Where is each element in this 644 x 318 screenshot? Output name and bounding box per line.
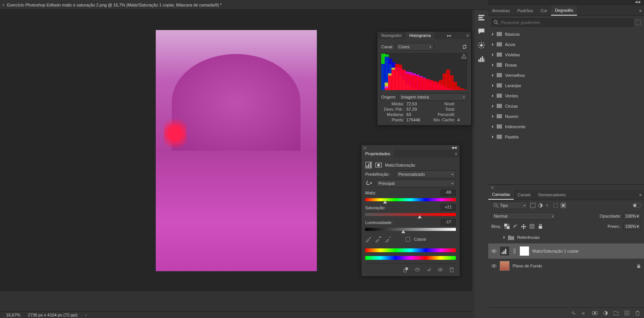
gradient-folder[interactable]: Azuis xyxy=(488,39,644,49)
hue-slider[interactable] xyxy=(365,198,456,201)
layer-name[interactable]: Referências xyxy=(517,235,540,240)
warning-icon[interactable] xyxy=(461,54,467,59)
tab-demarcadores[interactable]: Demarcadores xyxy=(534,189,569,200)
tab-cor[interactable]: Cor xyxy=(537,5,551,16)
tab-camadas[interactable]: Camadas xyxy=(488,189,514,200)
tab-navegador[interactable]: Navegador xyxy=(377,32,406,39)
comment-icon[interactable] xyxy=(478,28,485,35)
lock-transparency-icon[interactable] xyxy=(504,224,510,229)
filter-adjustment-icon[interactable] xyxy=(538,203,543,208)
layer-filter-kind[interactable]: Tipo ▾ xyxy=(491,202,528,209)
panel-menu-icon[interactable]: ≡ xyxy=(637,8,644,13)
search-gradients[interactable] xyxy=(491,18,633,27)
close-icon[interactable]: × xyxy=(2,3,5,7)
saturation-value[interactable]: +21 xyxy=(441,204,456,211)
opacity-value[interactable]: 100%▾ xyxy=(623,213,641,219)
tab-amostras[interactable]: Amostras xyxy=(488,5,513,16)
fill-value[interactable]: 100%▾ xyxy=(623,223,641,230)
gradient-folder[interactable]: Vermelhos xyxy=(488,70,644,80)
layer-name[interactable]: Matiz/Saturação 1 copiar xyxy=(532,249,579,253)
preset-dropdown[interactable]: Personalizado▾ xyxy=(396,170,456,178)
gradient-folder[interactable]: Pastéis xyxy=(488,132,644,142)
lightness-value[interactable]: -17 xyxy=(441,219,456,226)
tab-canais[interactable]: Canais xyxy=(514,189,534,200)
eyedropper-icon[interactable] xyxy=(365,236,371,242)
gradient-folder[interactable]: Básicos xyxy=(488,29,644,39)
mask-mode-icon[interactable] xyxy=(375,162,382,169)
panel-close-icon[interactable] xyxy=(363,146,367,150)
gradient-folder[interactable]: Verdes xyxy=(488,91,644,101)
collapse-icon[interactable]: ◀◀ xyxy=(451,146,457,149)
histogram-panel[interactable]: Navegador Histograma ▸▸ ≡ Canal: Cores▾ … xyxy=(377,31,471,126)
collapse-dock-icon[interactable]: ◀◀ xyxy=(488,0,644,5)
layer-adjustment-hue-sat[interactable]: Matiz/Saturação 1 copiar xyxy=(488,243,644,259)
search-input[interactable] xyxy=(501,20,631,25)
gradient-folder[interactable]: Laranjas xyxy=(488,80,644,91)
new-gradient-icon[interactable] xyxy=(636,20,641,25)
filter-smart-icon[interactable] xyxy=(561,203,566,208)
visibility-icon[interactable] xyxy=(491,263,497,269)
gradient-folder[interactable]: Iridescente xyxy=(488,121,644,132)
source-dropdown[interactable]: Imagem Inteira▾ xyxy=(398,93,467,101)
toggle-visibility-icon[interactable] xyxy=(438,267,443,272)
histogram-icon[interactable] xyxy=(478,56,485,62)
gradient-folder-list[interactable]: BásicosAzuisVioletasRosasVermelhosLaranj… xyxy=(488,29,644,184)
lock-pixels-icon[interactable] xyxy=(513,224,518,229)
blend-mode-dropdown[interactable]: Normal▾ xyxy=(491,212,556,220)
panel-close-icon[interactable] xyxy=(491,186,494,189)
eyedropper-plus-icon[interactable]: + xyxy=(375,236,381,242)
refresh-icon[interactable] xyxy=(462,44,467,49)
view-previous-icon[interactable] xyxy=(415,267,420,272)
gradient-folder[interactable]: Violetas xyxy=(488,49,644,60)
reset-icon[interactable] xyxy=(426,267,431,272)
visibility-icon[interactable] xyxy=(491,248,497,254)
document-tab[interactable]: × Exercício Photoshop Editado matiz e sa… xyxy=(2,3,222,7)
lock-artboard-icon[interactable] xyxy=(529,224,535,229)
chevron-right-icon[interactable]: › xyxy=(85,313,87,317)
panel-menu-icon[interactable]: ≡ xyxy=(637,192,644,197)
saturation-slider[interactable] xyxy=(365,213,456,216)
tab-propriedades[interactable]: Propriedades xyxy=(361,150,394,157)
mask-thumbnail[interactable] xyxy=(519,246,529,256)
layer-style-icon[interactable]: fx xyxy=(582,310,587,316)
new-layer-icon[interactable] xyxy=(624,310,630,316)
tab-padroes[interactable]: Padrões xyxy=(513,5,537,16)
zoom-level[interactable]: 16,67% xyxy=(6,313,20,317)
layer-background[interactable]: Plano de Fundo xyxy=(488,259,644,273)
filter-type-icon[interactable]: T xyxy=(545,203,551,208)
filter-toggle[interactable] xyxy=(633,203,641,208)
clip-to-layer-icon[interactable] xyxy=(403,267,409,272)
filter-shape-icon[interactable] xyxy=(553,203,558,208)
colorize-checkbox[interactable] xyxy=(406,237,410,242)
gradient-folder[interactable]: Cinzas xyxy=(488,101,644,111)
tab-degrades[interactable]: Degradês xyxy=(551,5,577,16)
eyedropper-minus-icon[interactable]: − xyxy=(385,236,391,242)
new-group-icon[interactable] xyxy=(614,310,619,316)
paragraph-styles-icon[interactable] xyxy=(478,14,485,21)
visibility-icon[interactable] xyxy=(495,235,500,240)
panel-menu-icon[interactable]: ≡ xyxy=(464,33,471,38)
layer-mask-icon[interactable] xyxy=(592,310,598,316)
properties-panel[interactable]: ◀◀ Propriedades ≡ Matiz/Saturação Predef… xyxy=(361,145,460,277)
adjustment-layer-icon[interactable] xyxy=(603,310,608,316)
link-layers-icon[interactable] xyxy=(571,310,576,316)
filter-pixel-icon[interactable] xyxy=(530,203,535,208)
hue-value[interactable]: -69 xyxy=(441,189,456,196)
gradient-folder[interactable]: Rosas xyxy=(488,60,644,70)
layer-name[interactable]: Plano de Fundo xyxy=(513,264,542,268)
panel-menu-icon[interactable]: ≡ xyxy=(453,151,460,156)
link-mask-icon[interactable] xyxy=(513,248,516,254)
lock-position-icon[interactable] xyxy=(521,224,526,229)
trash-icon[interactable] xyxy=(449,267,454,272)
edit-dropdown[interactable]: Principal▾ xyxy=(376,180,456,187)
lock-all-icon[interactable] xyxy=(538,224,543,229)
layer-group-referencias[interactable]: Referências xyxy=(488,231,644,243)
collapse-icon[interactable]: ▸▸ xyxy=(445,33,454,38)
gradient-folder[interactable]: Nuvem xyxy=(488,111,644,121)
chevron-right-icon[interactable] xyxy=(503,236,505,239)
brightness-icon[interactable] xyxy=(478,42,485,49)
channel-dropdown[interactable]: Cores▾ xyxy=(396,43,434,51)
targeted-adjust-icon[interactable] xyxy=(365,180,373,187)
tab-histograma[interactable]: Histograma xyxy=(406,32,435,39)
lightness-slider[interactable] xyxy=(365,228,456,231)
